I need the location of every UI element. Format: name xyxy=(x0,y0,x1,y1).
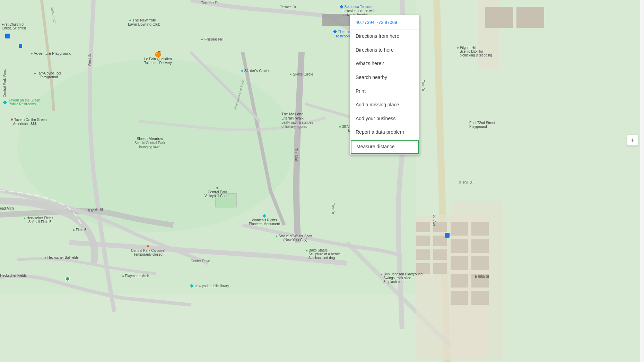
map-container: Terrace Dr Terrace Dr Central Park West … xyxy=(0,0,644,362)
svg-rect-12 xyxy=(416,263,430,274)
context-menu-measure-distance[interactable]: Measure distance xyxy=(351,140,419,154)
svg-rect-21 xyxy=(471,274,489,288)
central-park-west-label: Central Park West xyxy=(3,69,7,97)
context-menu-whats-here[interactable]: What's here? xyxy=(350,57,419,71)
svg-rect-22 xyxy=(451,291,468,305)
transit-marker-3 xyxy=(445,233,450,238)
zoom-in-button[interactable]: + xyxy=(627,135,638,145)
context-menu-search-nearby[interactable]: Search nearby xyxy=(350,71,419,85)
svg-rect-23 xyxy=(471,291,489,305)
place-marker-1 xyxy=(65,276,71,283)
svg-rect-8 xyxy=(416,236,430,246)
east-dr-label: East Dr xyxy=(421,80,425,91)
context-menu-add-missing[interactable]: Add a missing place xyxy=(350,98,419,112)
map-background xyxy=(0,0,644,362)
fifth-ave-label: 5th Ave xyxy=(433,215,436,226)
context-menu-report-problem[interactable]: Report a data problem xyxy=(350,125,419,139)
transit-marker-1 xyxy=(5,34,10,38)
the-mall-label: The Mall xyxy=(294,148,298,161)
svg-rect-6 xyxy=(416,222,430,232)
svg-rect-17 xyxy=(471,239,489,253)
context-menu-add-business[interactable]: Add your business xyxy=(350,112,419,126)
svg-rect-26 xyxy=(322,14,350,26)
svg-rect-20 xyxy=(451,274,468,288)
svg-rect-18 xyxy=(451,256,468,270)
svg-rect-15 xyxy=(471,222,489,236)
transit-marker-2 xyxy=(19,44,22,48)
svg-rect-27 xyxy=(216,193,236,207)
west-dr-label: West Dr xyxy=(88,54,92,66)
svg-rect-16 xyxy=(451,239,468,253)
svg-rect-24 xyxy=(485,7,513,28)
context-menu-print[interactable]: Print xyxy=(350,85,419,98)
right-edge-panel xyxy=(640,0,644,362)
svg-rect-14 xyxy=(451,222,468,236)
context-menu: 40.77394, -73.97069 Directions from here… xyxy=(350,15,419,154)
context-menu-directions-to[interactable]: Directions to here xyxy=(350,43,419,57)
svg-rect-25 xyxy=(516,7,544,28)
svg-rect-10 xyxy=(416,249,430,260)
east-dr-label2: East Dr xyxy=(331,203,335,214)
context-menu-coordinates[interactable]: 40.77394, -73.97069 xyxy=(350,15,419,29)
svg-rect-13 xyxy=(433,263,447,274)
svg-rect-11 xyxy=(433,249,447,260)
svg-rect-19 xyxy=(471,256,489,270)
context-menu-directions-from[interactable]: Directions from here xyxy=(350,29,419,43)
